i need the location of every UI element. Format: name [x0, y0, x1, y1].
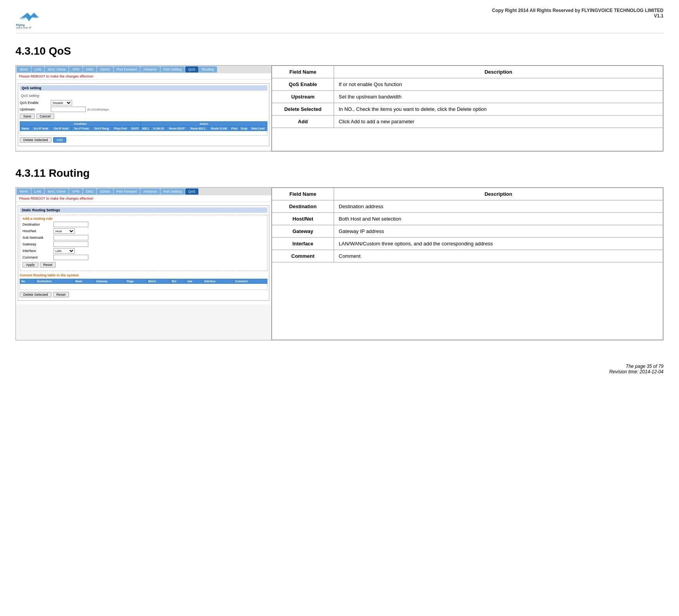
- nav-tab-routing[interactable]: Routing: [199, 66, 217, 72]
- routing-apply-button[interactable]: Apply: [22, 262, 38, 267]
- nav-tab-advance[interactable]: Advance: [140, 66, 160, 72]
- routing-col-comment: Comment: [234, 279, 267, 284]
- table-row: Field Name Description: [272, 66, 663, 78]
- qos-screenshot: WAN LAN MAC Clone VPN DMZ DDNS Port Forw…: [16, 66, 272, 151]
- routing-destination-row: Destination: [22, 222, 265, 227]
- qos-delete-field-desc: In NO., Check the items you want to dele…: [334, 103, 663, 116]
- qos-upstream-input[interactable]: [51, 107, 86, 112]
- nav-tab-ddns[interactable]: DDNS: [97, 66, 113, 72]
- page-header: Flying Voice over IP Copy Right 2014 All…: [16, 8, 663, 33]
- qos-setting-box: QoS setting QoS setting QoS Enable Disab…: [18, 83, 269, 146]
- qos-upstream-field-name: Upstream: [272, 91, 334, 103]
- routing-nav-dmz[interactable]: DMZ: [83, 188, 97, 195]
- routing-comment-label: Comment: [22, 255, 53, 259]
- footer: The page 35 of 79 Revision time: 2014-12…: [16, 364, 663, 374]
- qos-col-phys: Phys Port: [112, 126, 129, 131]
- routing-host-net-field-name: Host/Net: [272, 213, 334, 225]
- qos-enable-row: QoS Enable Disable Enable: [20, 100, 267, 105]
- qos-table-area: Condition Action Name Src.IP Addr Dst.IP…: [20, 121, 267, 143]
- routing-sub-netmask-row: Sub Netmask: [22, 235, 265, 240]
- routing-nav-lan[interactable]: LAN: [31, 188, 45, 195]
- routing-current-table-title: Current Routing table in the system: [20, 273, 267, 277]
- routing-col-ref: Ref: [171, 279, 186, 284]
- routing-dest-field-desc: Destination address: [334, 200, 663, 213]
- routing-reset-button[interactable]: Reset: [40, 262, 56, 267]
- routing-host-net-label: Host/Net: [22, 229, 53, 233]
- routing-delete-selected-button[interactable]: Delete Selected: [20, 292, 52, 297]
- routing-nav-port-forward[interactable]: Port Forward: [114, 188, 140, 195]
- qos-enable-label: QoS Enable: [20, 101, 51, 105]
- qos-table-buttons: Delete Selected Add: [20, 137, 267, 143]
- routing-col-metric: Metric: [147, 279, 171, 284]
- routing-gateway-input[interactable]: [53, 242, 88, 247]
- qos-delete-selected-button[interactable]: Delete Selected: [20, 137, 52, 143]
- table-row: Add Click Add to add a new parameter: [272, 116, 663, 128]
- routing-field-table: Field Name Description Destination Desti…: [272, 188, 663, 340]
- routing-dest-field-name: Destination: [272, 200, 334, 213]
- routing-gateway-row: Gateway: [22, 242, 265, 247]
- nav-tab-port-forward[interactable]: Port Forward: [114, 66, 140, 72]
- table-row: QoS Enable If or not enable Qos function: [272, 78, 663, 91]
- nav-tab-wan[interactable]: WAN: [17, 66, 31, 72]
- routing-warning: Please REBOOT to make the changes effect…: [16, 195, 271, 202]
- routing-sub-netmask-input[interactable]: [53, 235, 88, 240]
- qos-add-button[interactable]: Add: [53, 137, 66, 143]
- routing-host-net-select[interactable]: Host Net: [53, 228, 75, 234]
- nav-tab-qos[interactable]: QoS: [185, 66, 198, 72]
- routing-add-rule-title: Add a routing rule: [22, 217, 265, 221]
- routing-current-table-area: Current Routing table in the system No. …: [20, 273, 267, 297]
- qos-add-field-desc: Click Add to add a new parameter: [334, 116, 663, 128]
- header-copyright: Copy Right 2014 All Rights Reserved by F…: [492, 8, 663, 19]
- routing-comment-input[interactable]: [53, 255, 88, 260]
- qos-cancel-button[interactable]: Cancel: [36, 114, 54, 119]
- footer-revision: Revision time: 2014-12-04: [16, 369, 663, 374]
- routing-col-interface: Interface: [203, 279, 234, 284]
- routing-nav-port-setting[interactable]: Port Setting: [160, 188, 185, 195]
- table-row: Destination Destination address: [272, 200, 663, 213]
- nav-tab-dmz[interactable]: DMZ: [83, 66, 97, 72]
- routing-nav-qos[interactable]: QoS: [185, 188, 198, 195]
- routing-nav-advance[interactable]: Advance: [140, 188, 160, 195]
- qos-upstream-label: Upstream: [20, 107, 51, 111]
- routing-reset2-button[interactable]: Reset: [53, 292, 69, 297]
- table-row: Interface LAN/WAN/Custom three options, …: [272, 238, 663, 250]
- routing-nav-wan[interactable]: WAN: [17, 188, 31, 195]
- routing-interface-field-name: Interface: [272, 238, 334, 250]
- qos-enable-select[interactable]: Disable Enable: [51, 100, 72, 105]
- routing-nav-ddns[interactable]: DDNS: [97, 188, 113, 195]
- table-row: Upstream Set the upstream bandwidth: [272, 91, 663, 103]
- qos-save-button[interactable]: Save: [20, 114, 35, 119]
- nav-tab-mac-clone[interactable]: MAC Clone: [45, 66, 69, 72]
- qos-col-rema-802: Rema 802.1: [188, 126, 208, 131]
- routing-interface-select[interactable]: LAN WAN Custom: [53, 248, 75, 254]
- routing-nav-mac-clone[interactable]: MAC Clone: [45, 188, 69, 195]
- qos-col-dscp: DSCP: [129, 126, 141, 131]
- qos-col-src-proto: Src.P Proto: [71, 126, 92, 131]
- routing-interface-field-desc: LAN/WAN/Custom three options, and add th…: [334, 238, 663, 250]
- routing-add-rule-box: Add a routing rule Destination Host/Net …: [20, 215, 267, 271]
- table-row: Field Name Description: [272, 188, 663, 200]
- table-row: [272, 128, 663, 151]
- qos-field-desc-header: Description: [334, 66, 663, 78]
- qos-col-rate: Rate Limit: [249, 126, 267, 131]
- qos-col-src-ip: Src.IP Addr: [31, 126, 51, 131]
- qos-empty-row: [272, 128, 663, 151]
- nav-tab-port-setting[interactable]: Port Setting: [160, 66, 185, 72]
- routing-gateway-field-desc: Gateway IP address: [334, 225, 663, 238]
- nav-tab-vpn[interactable]: VPN: [69, 66, 83, 72]
- qos-col-rema-dscp: Rema DSCP: [166, 126, 188, 131]
- table-row: Comment Comment: [272, 250, 663, 262]
- qos-delete-field-name: Delete Selected: [272, 103, 334, 116]
- routing-destination-input[interactable]: [53, 222, 88, 227]
- routing-nav-vpn[interactable]: VPN: [69, 188, 83, 195]
- routing-setting-title: Static Routing Settings: [20, 207, 267, 213]
- nav-tab-lan[interactable]: LAN: [31, 66, 45, 72]
- routing-gateway-label: Gateway: [22, 242, 53, 246]
- logo: Flying Voice over IP: [16, 8, 43, 29]
- table-row: [20, 131, 267, 136]
- routing-col-flags: Flags: [125, 279, 147, 284]
- table-row: [20, 284, 267, 290]
- routing-destination-label: Destination: [22, 223, 53, 226]
- routing-table-buttons: Delete Selected Reset: [20, 292, 267, 297]
- qos-upstream-field-desc: Set the upstream bandwidth: [334, 91, 663, 103]
